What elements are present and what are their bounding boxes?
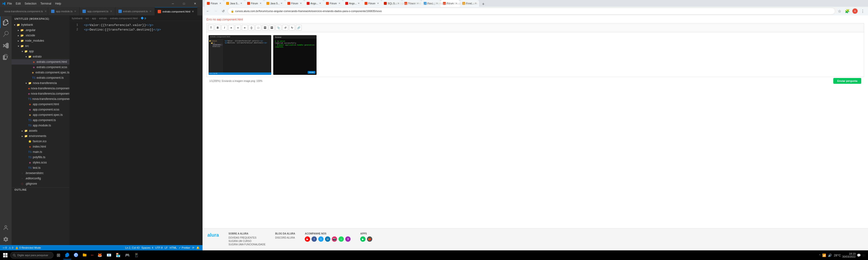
tree-gitignore[interactable]: ◌ .gitignore [11,181,69,186]
toolbar-codeblock-btn[interactable]: □ [255,25,261,31]
tree-favicon[interactable]: ⭐ favicon.ico [11,139,69,144]
toolbar-I-btn[interactable]: I [222,25,227,31]
tab-close-icon[interactable]: ✕ [339,2,340,5]
tree-editorconfig[interactable]: · .editorconfig [11,176,69,181]
tree-environments[interactable]: ▸ 📁 environments [11,134,69,139]
menu-help[interactable]: Help [55,2,61,5]
tab-close-active-icon[interactable]: ✕ [192,10,194,13]
tree-node-modules[interactable]: ▸ 📁 node_modules [11,38,69,43]
back-button[interactable]: ← [205,8,211,14]
chrome-tab-angullar1[interactable]: Ango... ✕ [304,0,323,7]
status-sync[interactable]: ⟳ [191,246,195,250]
breadcrumb-symbol[interactable]: 🔷 p [141,16,146,20]
tree-app-module[interactable]: TS app.module.ts [11,123,69,128]
status-encoding[interactable]: UTF-8 [154,246,164,249]
status-bell[interactable]: 🔔 [195,246,200,250]
minimize-button[interactable]: ─ [167,0,179,7]
footer-link[interactable]: DISCORD ALURA [275,236,295,239]
toolbar-list-task-btn[interactable]: ≡ [242,25,248,31]
status-cursor[interactable]: Ln 2, Col 43 [124,246,140,249]
maximize-button[interactable]: □ [179,0,189,7]
menu-file[interactable]: File [7,2,12,5]
toolbar-redo-btn[interactable]: ↻ [289,25,295,31]
close-button[interactable]: ✕ [189,0,200,7]
taskbar-store-app[interactable]: 🏪 [114,251,123,260]
tab-close-icon[interactable]: ✕ [319,2,321,5]
tab-close-icon[interactable]: ✕ [44,10,47,13]
footer-link[interactable]: SUGIRA UM CURSO [228,240,266,243]
taskbar-firefox-app[interactable]: 🦊 [95,251,104,260]
chrome-menu-button[interactable]: ⋮ [859,8,866,14]
status-errors[interactable]: ⚠ 0 [8,246,14,250]
tree-nova-transferencia[interactable]: ▾ 📁 nova-transferencia [11,80,69,86]
extensions-button[interactable]: 🧩 [844,8,850,14]
tab-close-icon[interactable]: ✕ [260,2,261,5]
tree-polyfills[interactable]: TS polyfills.ts [11,155,69,160]
tab-close-icon[interactable]: ✕ [358,2,360,5]
extensions-activity-icon[interactable] [0,51,11,63]
breadcrumb-extrato[interactable]: extrato [99,17,107,20]
tree-nova-scss[interactable]: ◈ nova-transferencia.component.scss [11,91,69,96]
tab-app-module[interactable]: app.module.ts ✕ [48,7,80,16]
tree-extrato-spec[interactable]: ◈ extrato.component.spec.ts [11,70,69,75]
toolbar-list-ul-btn[interactable]: ≡ [228,25,234,31]
toolbar-link-btn[interactable]: 🔗 [296,25,302,31]
tree-assets[interactable]: ▸ 📁 assets [11,128,69,134]
code-content[interactable]: <p>Valor: {{transferencia?.valor}}</p> <… [82,21,203,245]
search-activity-icon[interactable] [0,28,11,40]
taskbar-overflow-icon[interactable]: ^ [819,254,820,257]
facebook-icon[interactable]: f [311,236,317,242]
tab-nova-transferencia-ts[interactable]: nova-transferencia.component.ts ✕ [0,7,48,16]
send-question-button[interactable]: Enviar pergunta [833,78,861,84]
forward-button[interactable]: → [212,8,219,14]
toolbar-B-btn[interactable]: B [215,25,221,31]
taskbar-clock[interactable]: 18:19 30/03/2022 [842,252,856,258]
status-restricted[interactable]: 🔒 0 Restricted Mode [14,246,42,250]
tab-close-icon[interactable]: ✕ [300,2,302,5]
toolbar-img-btn[interactable]: 🖼 [262,25,268,31]
tree-main-ts[interactable]: TS main.ts [11,149,69,155]
notification-icon[interactable]: 💬 [857,254,861,257]
tree-test-ts[interactable]: TS test.ts [11,165,69,171]
tab-close-icon[interactable]: ✕ [149,10,152,13]
bookmark-button[interactable]: ☆ [836,8,843,14]
menu-terminal[interactable]: Terminal [40,2,51,5]
weather-temp[interactable]: 28°C [834,254,841,257]
toolbar-attach-btn[interactable]: 📎 [276,25,281,31]
chrome-tab-forum5[interactable]: Fórum ✕ [362,0,381,7]
menu-selection[interactable]: Selection [25,2,36,5]
show-desktop-button[interactable]: | [863,254,865,257]
spotify-icon[interactable]: ♪ [339,236,344,242]
youtube-icon[interactable]: ▶ [305,236,310,242]
tree-app-scss[interactable]: ◈ app.component.scss [11,107,69,112]
breadcrumb-bytebank[interactable]: bytebank [72,17,83,20]
footer-link[interactable]: DÚVIDAS FREQUENTES [228,236,266,239]
status-line-ending[interactable]: LF [164,246,169,249]
tree-angular[interactable]: ▸ 📂 .angular [11,28,69,33]
status-prettier[interactable]: ✓ Prettier [178,246,191,250]
tree-extrato[interactable]: ▾ 📁 extrato [11,54,69,59]
chrome-tab-forum2[interactable]: Fórum ✕ [245,0,264,7]
tab-app-component-ts[interactable]: app.component.ts ✕ [80,7,115,16]
volume-icon[interactable]: 🔊 [828,254,832,257]
taskbar-game-app[interactable]: 🎮 [123,251,132,260]
chrome-tab-forum4[interactable]: Fórum ✕ [323,0,343,7]
breadcrumb-src[interactable]: src [85,17,89,20]
tree-app-html[interactable]: ◈ app.component.html [11,102,69,107]
tree-nova-html[interactable]: ◈ nova-transferencia.component.html [11,86,69,91]
twitter-icon[interactable]: t [318,236,323,242]
ios-app-icon[interactable]: 🍎 [367,236,372,242]
tree-app[interactable]: ▾ 📁 app [11,49,69,54]
code-editor[interactable]: 1 2 <p>Valor: {{transferencia?.valor}}</… [69,21,203,245]
taskbar-chrome-app[interactable] [72,251,80,260]
linkedin-icon[interactable]: in [325,236,330,242]
tab-close-icon[interactable]: ✕ [110,10,112,13]
tree-nova-ts[interactable]: TS nova-transferencia.component.ts [11,96,69,102]
toolbar-code-btn[interactable]: {} [249,25,254,31]
tab-extrato-ts[interactable]: extrato.component.ts ✕ [116,7,155,16]
status-language[interactable]: HTML [169,246,178,249]
taskbar-vscode-app[interactable] [63,251,71,260]
tree-extrato-scss[interactable]: ◈ extrato.component.scss [11,65,69,70]
tree-bytebank[interactable]: ▾ 📁 bytebank [11,22,69,28]
tree-vscode[interactable]: ▸ 📂 .vscode [11,33,69,38]
